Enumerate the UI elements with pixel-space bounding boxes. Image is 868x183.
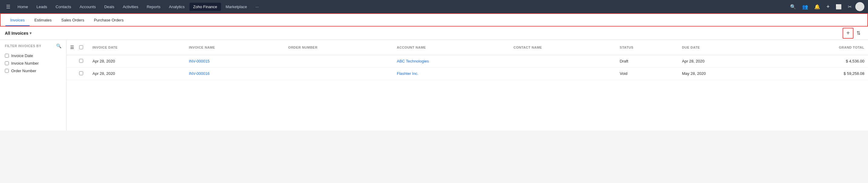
search-icon[interactable]: 🔍 [787,2,799,11]
table-row: Apr 28, 2020 INV-000015 ABC Technologies… [66,55,868,68]
row1-checkbox-cell [78,55,89,68]
nav-item-home[interactable]: Home [14,3,32,11]
settings-icon[interactable]: ✂ [845,2,854,11]
row2-order-number [285,68,393,80]
col-account-name: ACCOUNT NAME [393,40,510,55]
nav-right-icons: 🔍 👥 🔔 + ⬜ ✂ [787,2,864,12]
filter-item-invoice-number: Invoice Number [5,60,61,67]
row2-grand-total: $ 59,258.08 [771,68,868,80]
filter-checkbox-invoice-date[interactable] [5,54,9,58]
row1-invoice-date: Apr 28, 2020 [89,55,185,68]
avatar[interactable] [855,2,864,11]
nav-item-leads[interactable]: Leads [33,3,51,11]
col-icon-header: ☰ [66,40,78,55]
row1-contact-name [510,55,616,68]
grid-icon[interactable]: ⬜ [833,2,844,11]
row1-due-date: Apr 28, 2020 [679,55,771,68]
nav-item-zohofinance[interactable]: Zoho Finance [189,3,221,11]
row1-invoice-link[interactable]: INV-000015 [189,59,210,64]
tab-invoices[interactable]: Invoices [5,15,30,26]
row1-checkbox[interactable] [79,59,83,63]
invoices-table: ☰ INVOICE DATE INVOICE NAME ORDER NUMBER… [66,40,868,80]
col-invoice-name: INVOICE NAME [185,40,285,55]
toolbar: All Invoices ▾ + ⇅ [0,27,868,40]
row2-contact-name [510,68,616,80]
tab-sales-orders[interactable]: Sales Orders [57,15,89,26]
tab-estimates[interactable]: Estimates [30,15,57,26]
chevron-down-icon: ▾ [30,31,31,35]
row1-status: Draft [616,55,679,68]
row1-account-name[interactable]: ABC Technologies [393,55,510,68]
row2-invoice-link[interactable]: INV-000016 [189,71,210,76]
nav-item-accounts[interactable]: Accounts [76,3,99,11]
col-status: STATUS [616,40,679,55]
filter-sidebar: FILTER INVOICES BY 🔍 Invoice Date Invoic… [0,40,66,131]
row2-account-name[interactable]: Flashter Inc. [393,68,510,80]
table-area: ☰ INVOICE DATE INVOICE NAME ORDER NUMBER… [66,40,868,131]
filter-checkbox-invoice-number[interactable] [5,61,9,65]
tab-purchase-orders[interactable]: Purchase Orders [89,15,128,26]
users-icon[interactable]: 👥 [800,2,811,11]
filter-label-order-number: Order Number [11,69,36,73]
row2-invoice-name[interactable]: INV-000016 [185,68,285,80]
nav-item-activities[interactable]: Activities [119,3,142,11]
row2-icon-cell [66,68,78,80]
row2-status: Void [616,68,679,80]
row2-account-link[interactable]: Flashter Inc. [397,71,418,76]
filter-checkbox-order-number[interactable] [5,69,9,73]
add-button[interactable]: + [843,28,854,39]
row2-invoice-date: Apr 28, 2020 [89,68,185,80]
row1-invoice-name[interactable]: INV-000015 [185,55,285,68]
filter-label-invoice-date: Invoice Date [11,53,33,58]
filter-label: All Invoices [5,31,28,36]
sort-icon[interactable]: ⇅ [854,28,863,39]
sub-nav: Invoices Estimates Sales Orders Purchase… [0,13,868,27]
row2-due-date: May 28, 2020 [679,68,771,80]
nav-item-analytics[interactable]: Analytics [165,3,188,11]
nav-item-deals[interactable]: Deals [101,3,118,11]
row2-checkbox[interactable] [79,71,83,75]
filter-item-order-number: Order Number [5,67,61,75]
filter-label-invoice-number: Invoice Number [11,61,39,66]
nav-item-marketplace[interactable]: Marketplace [222,3,251,11]
row1-grand-total: $ 4,536.00 [771,55,868,68]
top-nav: ☰ Home Leads Contacts Accounts Deals Act… [0,0,868,13]
column-settings-icon[interactable]: ☰ [68,43,77,52]
filter-title: FILTER INVOICES BY [5,44,41,48]
filter-search-icon[interactable]: 🔍 [56,43,61,48]
nav-item-contacts[interactable]: Contacts [52,3,75,11]
nav-item-reports[interactable]: Reports [143,3,164,11]
nav-item-more[interactable]: ··· [252,3,262,11]
col-due-date: DUE DATE [679,40,771,55]
row1-icon-cell [66,55,78,68]
menu-icon[interactable]: ☰ [4,2,13,11]
select-all-checkbox[interactable] [79,45,83,49]
filter-header: FILTER INVOICES BY 🔍 [5,43,61,48]
table-row: Apr 28, 2020 INV-000016 Flashter Inc. Vo… [66,68,868,80]
row1-order-number [285,55,393,68]
col-checkbox-header [78,40,89,55]
filter-item-invoice-date: Invoice Date [5,52,61,60]
col-invoice-date: INVOICE DATE [89,40,185,55]
row2-checkbox-cell [78,68,89,80]
add-icon[interactable]: + [824,2,832,12]
filter-dropdown[interactable]: All Invoices ▾ [5,31,31,36]
col-grand-total: GRAND TOTAL [771,40,868,55]
table-header-row: ☰ INVOICE DATE INVOICE NAME ORDER NUMBER… [66,40,868,55]
col-order-number: ORDER NUMBER [285,40,393,55]
notification-icon[interactable]: 🔔 [812,2,823,11]
col-contact-name: CONTACT NAME [510,40,616,55]
main-content: FILTER INVOICES BY 🔍 Invoice Date Invoic… [0,40,868,131]
row1-account-link[interactable]: ABC Technologies [397,59,429,64]
